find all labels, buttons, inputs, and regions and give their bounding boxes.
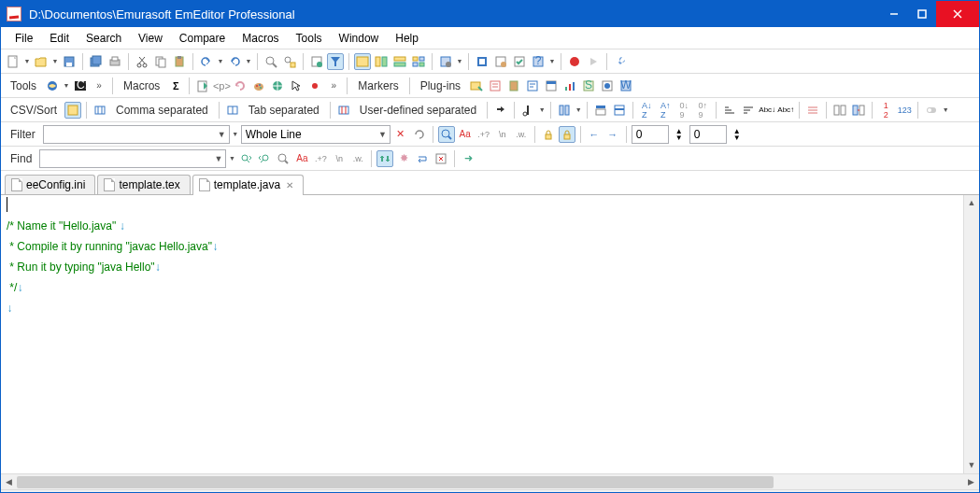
bookmark-icon[interactable] (308, 53, 325, 70)
menu-window[interactable]: Window (331, 30, 388, 47)
find-next-icon[interactable] (256, 150, 273, 167)
highlight-icon[interactable]: ✸ (395, 150, 412, 167)
word-icon[interactable]: W (618, 77, 634, 94)
wrap-icon[interactable] (414, 150, 431, 167)
case-icon[interactable]: Aa (457, 126, 474, 143)
search-replace-icon[interactable] (281, 53, 298, 70)
menu-tools[interactable]: Tools (288, 30, 331, 47)
spin-2[interactable] (689, 125, 727, 144)
config-icon[interactable] (492, 53, 509, 70)
play-icon[interactable] (585, 53, 602, 70)
go-icon[interactable]: ➜ (460, 150, 476, 167)
cursor-icon[interactable] (288, 77, 305, 94)
sigma-icon[interactable]: Σ (167, 77, 184, 94)
csv-user-icon[interactable] (335, 102, 352, 119)
cut-column-icon[interactable] (519, 102, 536, 119)
expand-icon[interactable]: » (91, 77, 107, 94)
tag-icon[interactable]: <p> (213, 77, 230, 94)
outline-icon[interactable] (524, 77, 541, 94)
sort-word-icon[interactable]: Abc↓ (759, 102, 775, 119)
case-icon[interactable]: Aa (293, 150, 310, 167)
menu-file[interactable]: File (7, 30, 41, 47)
find-prev-icon[interactable] (237, 150, 254, 167)
cut-icon[interactable] (134, 53, 150, 70)
dropdown-icon[interactable]: ▼ (575, 102, 582, 119)
horizontal-scrollbar[interactable]: ◀ ▶ (1, 473, 979, 489)
comma-label[interactable]: Comma separated (110, 104, 214, 117)
filter-scope-select[interactable]: ▼ (241, 125, 391, 144)
dropdown-icon[interactable]: ▼ (228, 150, 235, 167)
spinner-icon[interactable]: ▲▼ (671, 126, 688, 143)
align-icon[interactable] (804, 102, 821, 119)
list-icon[interactable] (487, 77, 504, 94)
count-icon[interactable]: 12 (877, 102, 894, 119)
dropdown-icon[interactable]: ▼ (942, 102, 949, 119)
view-normal-icon[interactable] (354, 53, 371, 70)
clipboard-icon[interactable] (505, 77, 522, 94)
menu-help[interactable]: Help (387, 30, 427, 47)
dropdown-icon[interactable]: ▼ (548, 53, 556, 70)
save-all-icon[interactable] (88, 53, 105, 70)
dropdown-icon[interactable]: ▼ (245, 53, 252, 70)
refresh-filter-icon[interactable] (411, 126, 428, 143)
menu-compare[interactable]: Compare (171, 30, 234, 47)
arrow-left-icon[interactable]: ← (586, 126, 603, 143)
dropdown-icon[interactable]: ▼ (23, 53, 31, 70)
dot-icon[interactable] (306, 77, 323, 94)
scroll-down-icon[interactable]: ▼ (964, 458, 979, 473)
sort-len-icon[interactable] (721, 102, 738, 119)
arrow-right-icon[interactable]: → (604, 126, 621, 143)
open-folder-icon[interactable] (33, 53, 50, 70)
filter-icon[interactable] (327, 53, 344, 70)
sort-len-desc-icon[interactable] (740, 102, 757, 119)
minimize-button[interactable] (880, 1, 908, 27)
snippet-icon[interactable]: S (580, 77, 597, 94)
undo-icon[interactable] (198, 53, 215, 70)
wrench-icon[interactable] (612, 53, 629, 70)
view-icon[interactable] (391, 53, 408, 70)
spin-1[interactable] (632, 125, 669, 144)
sort-91-icon[interactable]: 0↑9 (694, 102, 711, 119)
tab-close-icon[interactable]: ✕ (286, 180, 293, 190)
new-file-icon[interactable] (5, 53, 21, 70)
tab-template-tex[interactable]: template.tex (97, 175, 190, 194)
redo-icon[interactable] (226, 53, 243, 70)
toggle-icon[interactable] (923, 102, 940, 119)
convert-icon[interactable] (492, 102, 509, 119)
find-all-icon[interactable] (275, 150, 291, 167)
number-icon[interactable]: 123 (896, 102, 913, 119)
folder-tree-icon[interactable] (468, 77, 485, 94)
properties-icon[interactable]: ? (530, 53, 547, 70)
regex-icon[interactable]: .+? (476, 126, 492, 143)
scroll-right-icon[interactable]: ▶ (963, 474, 979, 489)
sort-za-icon[interactable]: A↑Z (657, 102, 674, 119)
filter-input[interactable]: ▼ (43, 125, 230, 144)
sort-word-desc-icon[interactable]: Abc↑ (777, 102, 794, 119)
dropdown-icon[interactable]: ▼ (538, 102, 546, 119)
lock-active-icon[interactable] (559, 126, 575, 143)
code-editor[interactable]: /* Name it "Hello.java" ↓ * Compile it b… (1, 195, 963, 473)
newline-icon[interactable]: \n (331, 150, 348, 167)
ie-icon[interactable] (44, 77, 61, 94)
clear-icon[interactable]: ✕ (392, 126, 409, 143)
word-icon[interactable]: .w. (513, 126, 530, 143)
globe-icon[interactable] (269, 77, 286, 94)
refresh-icon[interactable] (232, 77, 249, 94)
compare-icon[interactable] (831, 102, 848, 119)
menu-search[interactable]: Search (78, 30, 130, 47)
tab-template-java[interactable]: template.java✕ (192, 175, 304, 195)
user-label[interactable]: User-defined separated (354, 104, 482, 117)
edit-macro-icon[interactable] (194, 77, 211, 94)
dropdown-icon[interactable]: ▼ (456, 53, 463, 70)
tab-label[interactable]: Tab separated (243, 104, 325, 117)
copy-icon[interactable] (152, 53, 169, 70)
csv-tab-icon[interactable] (224, 102, 241, 119)
tab-eeconfig[interactable]: eeConfig.ini (5, 175, 95, 194)
dropdown-icon[interactable]: ▼ (217, 53, 224, 70)
sort-az-icon[interactable]: A↓Z (638, 102, 655, 119)
lock-icon[interactable] (540, 126, 557, 143)
settings-icon[interactable] (437, 53, 454, 70)
sort-19-icon[interactable]: 0↓9 (675, 102, 692, 119)
find-input[interactable]: ▼ (39, 149, 226, 168)
maximize-button[interactable] (908, 1, 936, 27)
